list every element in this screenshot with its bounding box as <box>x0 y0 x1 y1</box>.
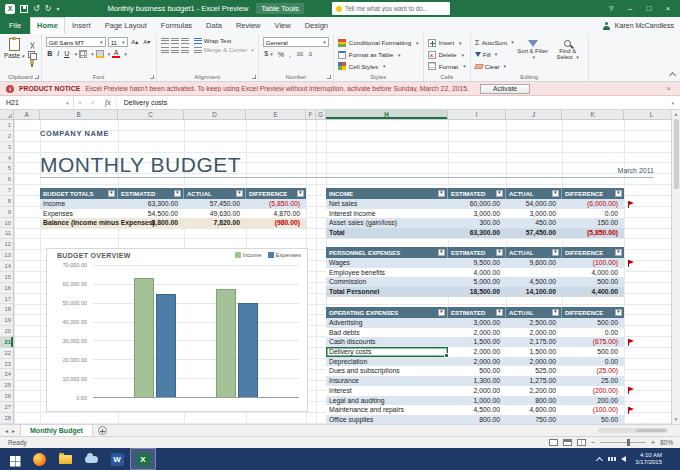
taskbar-word-icon[interactable]: W <box>104 448 130 470</box>
cell-estimated[interactable]: 1,300.00 <box>448 376 506 386</box>
row-header-10[interactable]: 10 <box>0 218 13 229</box>
table-row[interactable]: Employee benefits 4,000.00 4,000.00 <box>326 268 624 278</box>
filter-dropdown-icon[interactable]: ▾ <box>438 309 445 316</box>
cell-estimated[interactable]: 9,500.00 <box>448 258 506 268</box>
cell-actual[interactable]: 2,000.00 <box>506 328 562 338</box>
wrap-text-icon[interactable] <box>194 38 202 44</box>
row-header-24[interactable]: 24 <box>0 369 13 380</box>
row-header-25[interactable]: 25 <box>0 380 13 391</box>
cell-estimated[interactable]: 2,000.00 <box>448 386 506 396</box>
select-all-corner[interactable] <box>0 110 14 119</box>
filter-dropdown-icon[interactable]: ▾ <box>615 190 622 197</box>
format-as-table-button[interactable]: Format as Table▾ <box>338 49 419 61</box>
row-header-23[interactable]: 23 <box>0 359 13 370</box>
cell-estimated[interactable]: 54,500.00 <box>118 209 184 219</box>
filter-dropdown-icon[interactable]: ▾ <box>552 249 559 256</box>
filter-dropdown-icon[interactable]: ▾ <box>496 190 503 197</box>
cell-estimated[interactable]: 3,000.00 <box>448 209 506 219</box>
enter-entry-icon[interactable]: ✓ <box>86 99 100 107</box>
cell-actual[interactable]: 2,200.00 <box>506 386 562 396</box>
tab-view[interactable]: View <box>268 17 298 34</box>
bold-button[interactable]: B <box>46 49 54 58</box>
volume-icon[interactable] <box>621 456 626 462</box>
account-area[interactable]: Karen McCandless <box>602 17 674 34</box>
merge-center-button[interactable]: Merge & Center <box>204 46 248 53</box>
percent-format-button[interactable]: % <box>276 50 285 59</box>
row-header-9[interactable]: 9 <box>0 207 13 218</box>
cell-estimated[interactable]: 2,000.00 <box>448 347 506 357</box>
filter-dropdown-icon[interactable]: ▾ <box>615 249 622 256</box>
cell-label[interactable]: Delivery costs <box>326 347 448 357</box>
table-row[interactable]: Interest income 3,000.00 3,000.00 0.00 <box>326 209 624 219</box>
expand-formula-bar-icon[interactable]: ▾ <box>671 100 680 106</box>
cell-actual[interactable]: 54,000.00 <box>506 199 562 209</box>
table-row[interactable]: Office supplies 800.00 750.00 50.00 <box>326 415 624 424</box>
format-painter-icon[interactable] <box>28 60 37 67</box>
page-break-view-icon[interactable] <box>577 439 586 446</box>
row-header-22[interactable]: 22 <box>0 348 13 359</box>
cell-actual[interactable]: 1,275.00 <box>506 376 562 386</box>
network-icon[interactable] <box>608 457 610 461</box>
filter-dropdown-icon[interactable]: ▾ <box>496 309 503 316</box>
font-size-select[interactable]: 11▾ <box>108 37 128 47</box>
cell-estimated[interactable]: 800.00 <box>448 415 506 424</box>
cell-difference[interactable]: 150.00 <box>562 218 624 228</box>
cell-actual[interactable]: 750.00 <box>506 415 562 424</box>
clipboard-dialog-launcher[interactable] <box>35 75 39 79</box>
taskbar-start-button[interactable] <box>0 448 26 470</box>
increase-decimal-button[interactable]: .00 <box>294 50 304 59</box>
cell-actual[interactable]: 4,600.00 <box>506 405 562 415</box>
table-row[interactable]: Depreciation 2,000.00 2,000.00 0.00 <box>326 357 624 367</box>
cell-difference[interactable]: 500.00 <box>562 318 624 328</box>
activate-button[interactable]: Activate <box>480 84 530 94</box>
column-header-H[interactable]: H <box>326 110 448 119</box>
table-row[interactable]: Commission 5,000.00 4,500.00 500.00 <box>326 277 624 287</box>
table-row[interactable]: Wages 9,500.00 9,600.00 (100.00) <box>326 258 624 268</box>
taskbar-firefox-icon[interactable] <box>26 448 52 470</box>
filter-dropdown-icon[interactable]: ▾ <box>174 190 181 197</box>
row-header-18[interactable]: 18 <box>0 304 13 315</box>
cell-difference[interactable]: 500.00 <box>562 347 624 357</box>
excel-app-icon[interactable]: X <box>5 4 15 14</box>
tab-formulas[interactable]: Formulas <box>154 17 199 34</box>
tab-page-layout[interactable]: Page Layout <box>98 17 154 34</box>
sheet-tab-monthly-budget[interactable]: Monthly Budget <box>20 425 93 436</box>
zoom-slider-thumb[interactable] <box>627 439 630 446</box>
cell-difference[interactable]: (5,850.00) <box>246 199 306 209</box>
table-row[interactable]: Net sales 60,000.00 54,000.00 (6,000.00) <box>326 199 624 209</box>
bar-income-estimated[interactable] <box>134 278 154 397</box>
row-header-17[interactable]: 17 <box>0 294 13 305</box>
row-header-7[interactable]: 7 <box>0 185 13 196</box>
clear-button[interactable]: Clear▾ <box>475 61 514 71</box>
align-right-icon[interactable] <box>181 47 189 53</box>
cell-difference[interactable]: 500.00 <box>562 277 624 287</box>
tab-insert[interactable]: Insert <box>65 17 98 34</box>
underline-button[interactable]: U <box>63 49 71 58</box>
align-bottom-icon[interactable] <box>181 38 189 44</box>
chart-legend[interactable]: IncomeExpenses <box>235 252 301 258</box>
cell-estimated[interactable]: 4,500.00 <box>448 405 506 415</box>
bar-expenses-estimated[interactable] <box>156 294 176 397</box>
font-color-icon[interactable]: A <box>112 50 120 58</box>
column-header-E[interactable]: E <box>246 110 306 119</box>
row-header-15[interactable]: 15 <box>0 272 13 283</box>
page-layout-view-icon[interactable] <box>563 439 572 446</box>
cell-difference[interactable]: 4,400.00 <box>562 287 624 297</box>
row-header-2[interactable]: 2 <box>0 131 13 142</box>
conditional-formatting-button[interactable]: Conditional Formatting▾ <box>338 37 419 49</box>
filter-dropdown-icon[interactable]: ▾ <box>552 309 559 316</box>
comma-format-button[interactable]: , <box>288 50 293 59</box>
cell-difference[interactable]: (675.00) <box>562 337 624 347</box>
scroll-up-icon[interactable]: ▲ <box>674 112 679 117</box>
filter-dropdown-icon[interactable]: ▾ <box>297 190 304 197</box>
wrap-text-button[interactable]: Wrap Text <box>204 37 232 44</box>
cell-label[interactable]: Asset sales (gain/loss) <box>326 218 448 228</box>
formula-content[interactable]: Delivery costs <box>117 99 672 106</box>
table-row[interactable]: Cash discounts 1,500.00 2,175.00 (675.00… <box>326 337 624 347</box>
minimize-button[interactable]: – <box>622 1 638 16</box>
cell-label[interactable]: Dues and subscriptions <box>326 366 448 376</box>
filter-dropdown-icon[interactable]: ▾ <box>108 190 115 197</box>
cell-estimated[interactable]: 2,000.00 <box>448 357 506 367</box>
bar-expenses-actual[interactable] <box>238 303 258 397</box>
shrink-font-button[interactable]: A▾ <box>142 38 152 47</box>
